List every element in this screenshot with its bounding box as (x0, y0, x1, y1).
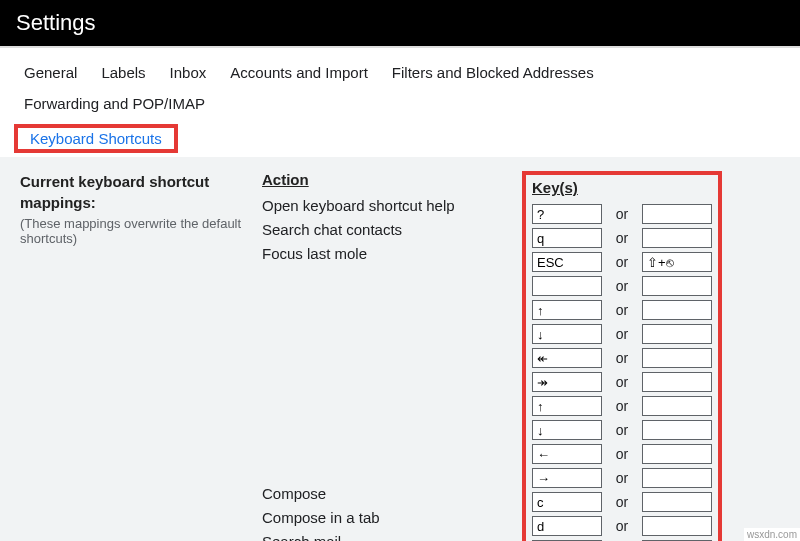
action-item: Search chat contacts (262, 218, 522, 242)
section-subtitle: (These mappings overwrite the default sh… (20, 216, 262, 246)
or-label: or (602, 326, 642, 342)
key-row: or (532, 418, 712, 442)
or-label: or (602, 422, 642, 438)
key-input-primary[interactable] (532, 300, 602, 320)
page-header: Settings (0, 0, 800, 46)
or-label: or (602, 350, 642, 366)
key-input-primary[interactable] (532, 396, 602, 416)
or-label: or (602, 494, 642, 510)
action-item: Focus last mole (262, 242, 522, 266)
key-input-primary[interactable] (532, 276, 602, 296)
keys-highlight-box: Key(s) orororororororororororororororor (522, 171, 722, 541)
key-input-secondary[interactable] (642, 228, 712, 248)
or-label: or (602, 518, 642, 534)
key-input-secondary[interactable] (642, 396, 712, 416)
key-row: or (532, 466, 712, 490)
key-input-primary[interactable] (532, 204, 602, 224)
tab-labels[interactable]: Labels (97, 60, 157, 91)
key-input-secondary[interactable] (642, 372, 712, 392)
page-title: Settings (16, 10, 96, 35)
key-row: or (532, 202, 712, 226)
key-row: or (532, 394, 712, 418)
key-row: or (532, 442, 712, 466)
key-input-primary[interactable] (532, 444, 602, 464)
key-row: or (532, 226, 712, 250)
key-row: or (532, 298, 712, 322)
actions-column: Action Open keyboard shortcut help Searc… (262, 171, 522, 541)
or-label: or (602, 446, 642, 462)
keys-column: Key(s) orororororororororororororororor (522, 171, 722, 541)
key-input-primary[interactable] (532, 228, 602, 248)
key-row: or (532, 274, 712, 298)
settings-content: Current keyboard shortcut mappings: (The… (0, 157, 800, 541)
tab-forwarding[interactable]: Forwarding and POP/IMAP (20, 91, 217, 122)
key-input-primary[interactable] (532, 252, 602, 272)
watermark: wsxdn.com (744, 528, 800, 541)
tab-accounts[interactable]: Accounts and Import (226, 60, 380, 91)
key-input-primary[interactable] (532, 348, 602, 368)
or-label: or (602, 374, 642, 390)
or-label: or (602, 470, 642, 486)
key-input-primary[interactable] (532, 324, 602, 344)
key-input-primary[interactable] (532, 468, 602, 488)
or-label: or (602, 254, 642, 270)
actions-header: Action (262, 171, 522, 188)
key-input-secondary[interactable] (642, 516, 712, 536)
key-row: or (532, 370, 712, 394)
key-input-primary[interactable] (532, 492, 602, 512)
key-input-secondary[interactable] (642, 204, 712, 224)
section-description: Current keyboard shortcut mappings: (The… (20, 171, 262, 246)
or-label: or (602, 302, 642, 318)
action-item: Open keyboard shortcut help (262, 194, 522, 218)
tab-inbox[interactable]: Inbox (166, 60, 219, 91)
key-input-primary[interactable] (532, 372, 602, 392)
or-label: or (602, 206, 642, 222)
key-input-secondary[interactable] (642, 468, 712, 488)
key-row: or (532, 490, 712, 514)
key-row: or (532, 322, 712, 346)
key-row: or (532, 514, 712, 538)
section-title: Current keyboard shortcut mappings: (20, 171, 262, 213)
actions-spacer (262, 266, 522, 482)
tab-filters[interactable]: Filters and Blocked Addresses (388, 60, 606, 91)
key-input-secondary[interactable] (642, 420, 712, 440)
or-label: or (602, 230, 642, 246)
key-input-secondary[interactable] (642, 276, 712, 296)
settings-tabs: General Labels Inbox Accounts and Import… (0, 46, 800, 157)
key-row: or (532, 250, 712, 274)
action-item: Compose in a tab (262, 506, 522, 530)
keys-header: Key(s) (532, 179, 712, 196)
tab-active-highlight: Keyboard Shortcuts (14, 124, 178, 153)
action-item: Compose (262, 482, 522, 506)
tab-keyboard-shortcuts[interactable]: Keyboard Shortcuts (24, 126, 168, 151)
or-label: or (602, 398, 642, 414)
key-input-secondary[interactable] (642, 492, 712, 512)
key-row: or (532, 346, 712, 370)
key-input-primary[interactable] (532, 420, 602, 440)
tab-general[interactable]: General (20, 60, 89, 91)
key-input-secondary[interactable] (642, 300, 712, 320)
action-item: Search mail (262, 530, 522, 541)
key-input-secondary[interactable] (642, 324, 712, 344)
key-input-primary[interactable] (532, 516, 602, 536)
key-input-secondary[interactable] (642, 444, 712, 464)
key-input-secondary[interactable] (642, 348, 712, 368)
or-label: or (602, 278, 642, 294)
key-input-secondary[interactable] (642, 252, 712, 272)
